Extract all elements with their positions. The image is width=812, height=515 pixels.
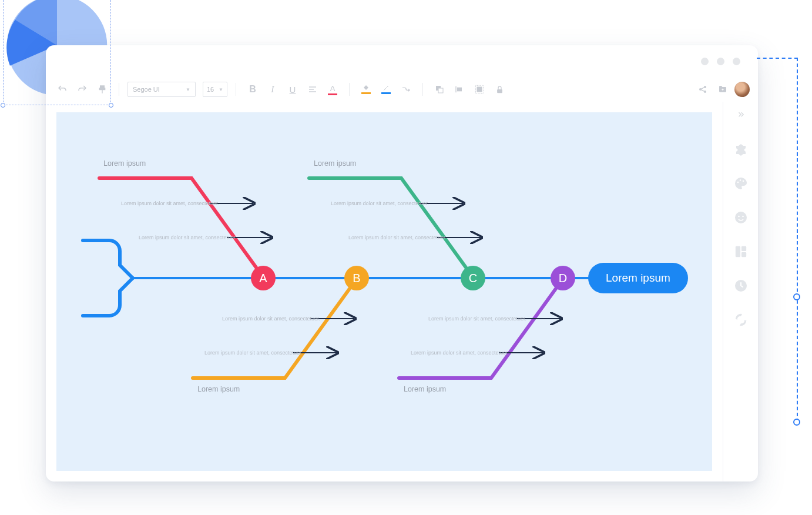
svg-point-30	[742, 216, 744, 218]
chevron-down-icon: ▼	[219, 87, 223, 92]
svg-rect-5	[438, 88, 443, 93]
cause-text[interactable]: Lorem ipsum dolor sit amet, consectetuer…	[411, 350, 509, 356]
svg-rect-10	[497, 89, 502, 92]
formatting-toolbar: Segoe UI ▼ 16 ▼ B I U A	[46, 77, 758, 102]
cause-text[interactable]: Lorem ipsum dolor sit amet, consectetuer…	[204, 350, 303, 356]
diagram-canvas[interactable]: Lorem ipsum Lorem ipsum Lorem ipsum Lore…	[56, 112, 712, 471]
svg-point-26	[739, 179, 741, 181]
svg-line-14	[701, 88, 704, 89]
font-size-select[interactable]: 16 ▼	[203, 82, 227, 97]
connector-style-button[interactable]	[398, 81, 414, 98]
history-icon[interactable]	[733, 278, 749, 293]
branch-label[interactable]: Lorem ipsum	[404, 385, 446, 393]
window-control-min[interactable]	[701, 58, 709, 65]
settings-icon[interactable]	[733, 312, 749, 327]
fill-color-button[interactable]	[358, 81, 374, 98]
font-size-value: 16	[207, 86, 214, 93]
guide-handle[interactable]	[793, 419, 800, 426]
fishbone-head[interactable]: Lorem ipsum	[588, 263, 688, 293]
align-button[interactable]	[304, 81, 321, 98]
text-color-button[interactable]: A	[324, 81, 341, 98]
add-folder-button[interactable]	[714, 81, 731, 98]
svg-rect-7	[458, 88, 462, 91]
cause-text[interactable]: Lorem ipsum dolor sit amet, consectetuer…	[348, 235, 447, 240]
share-button[interactable]	[694, 81, 711, 98]
svg-line-15	[701, 90, 704, 92]
svg-point-25	[737, 182, 739, 183]
svg-point-27	[742, 180, 744, 182]
theme-icon[interactable]	[733, 142, 749, 157]
node-a[interactable]: A	[251, 266, 276, 290]
format-painter-button[interactable]	[94, 81, 110, 98]
window-titlebar	[46, 45, 758, 77]
branch-label[interactable]: Lorem ipsum	[103, 159, 146, 168]
user-avatar[interactable]	[734, 82, 750, 97]
node-c[interactable]: C	[461, 266, 485, 290]
guide-line-h	[757, 58, 798, 59]
layout-icon[interactable]	[733, 244, 749, 259]
branch-label[interactable]: Lorem ipsum	[197, 385, 240, 393]
chevron-down-icon: ▼	[186, 87, 190, 92]
right-sidebar	[723, 102, 758, 481]
redo-button[interactable]	[74, 81, 90, 98]
undo-button[interactable]	[54, 81, 71, 98]
emoji-icon[interactable]	[733, 210, 749, 225]
lock-button[interactable]	[491, 81, 508, 98]
arrange-button[interactable]	[431, 81, 448, 98]
svg-point-29	[738, 216, 740, 218]
guide-handle[interactable]	[793, 293, 800, 300]
group-button[interactable]	[471, 81, 488, 98]
font-family-value: Segoe UI	[133, 86, 160, 93]
svg-rect-32	[741, 246, 746, 251]
bold-button[interactable]: B	[244, 81, 261, 98]
svg-rect-9	[477, 87, 482, 92]
guide-line-v	[797, 58, 798, 422]
distribute-button[interactable]	[451, 81, 468, 98]
cause-text[interactable]: Lorem ipsum dolor sit amet, consectetuer…	[139, 235, 237, 240]
italic-button[interactable]: I	[264, 81, 281, 98]
palette-icon[interactable]	[733, 176, 749, 191]
svg-rect-33	[741, 252, 746, 257]
window-control-max[interactable]	[717, 58, 724, 65]
node-b[interactable]: B	[344, 266, 369, 290]
svg-point-28	[735, 212, 747, 223]
window-control-close[interactable]	[733, 58, 740, 65]
cause-text[interactable]: Lorem ipsum dolor sit amet, consectetuer…	[331, 200, 429, 206]
cause-text[interactable]: Lorem ipsum dolor sit amet, consectetuer…	[121, 200, 219, 206]
cause-text[interactable]: Lorem ipsum dolor sit amet, consectetuer…	[222, 316, 320, 322]
app-window: Segoe UI ▼ 16 ▼ B I U A	[46, 45, 758, 481]
node-d[interactable]: D	[551, 266, 575, 290]
font-family-select[interactable]: Segoe UI ▼	[127, 82, 196, 97]
line-color-button[interactable]	[378, 81, 394, 98]
underline-button[interactable]: U	[284, 81, 301, 98]
cause-text[interactable]: Lorem ipsum dolor sit amet, consectetuer…	[428, 316, 526, 322]
head-label: Lorem ipsum	[606, 272, 670, 285]
svg-rect-31	[735, 246, 740, 257]
branch-label[interactable]: Lorem ipsum	[314, 159, 356, 168]
collapse-panel-button[interactable]	[733, 108, 749, 123]
